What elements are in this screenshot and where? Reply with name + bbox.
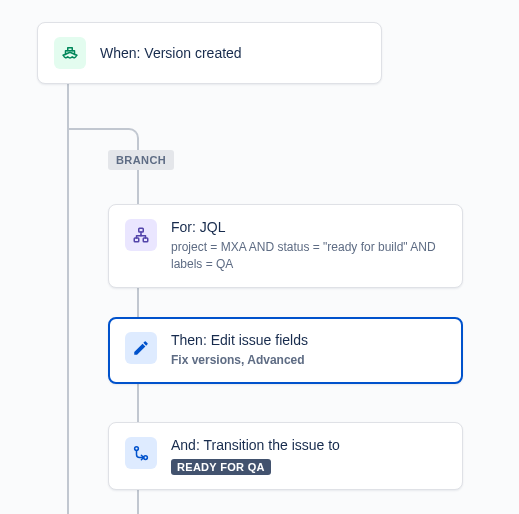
branch-tree-icon — [125, 219, 157, 251]
transition-arrow-icon — [125, 437, 157, 469]
pencil-icon — [125, 332, 157, 364]
ship-icon — [54, 37, 86, 69]
status-lozenge: READY FOR QA — [171, 459, 271, 475]
action-transition-card[interactable]: And: Transition the issue to READY FOR Q… — [108, 422, 463, 490]
card-subtitle: project = MXA AND status = "ready for bu… — [171, 239, 446, 273]
card-subtitle: Fix versions, Advanced — [171, 352, 308, 369]
branch-condition-card[interactable]: For: JQL project = MXA AND status = "rea… — [108, 204, 463, 288]
action-edit-fields-card[interactable]: Then: Edit issue fields Fix versions, Ad… — [108, 317, 463, 384]
card-title: Then: Edit issue fields — [171, 332, 308, 348]
trigger-card[interactable]: When: Version created — [37, 22, 382, 84]
branch-label: BRANCH — [108, 150, 174, 170]
trigger-title: When: Version created — [100, 45, 242, 61]
card-title: And: Transition the issue to — [171, 437, 340, 453]
card-title: For: JQL — [171, 219, 446, 235]
